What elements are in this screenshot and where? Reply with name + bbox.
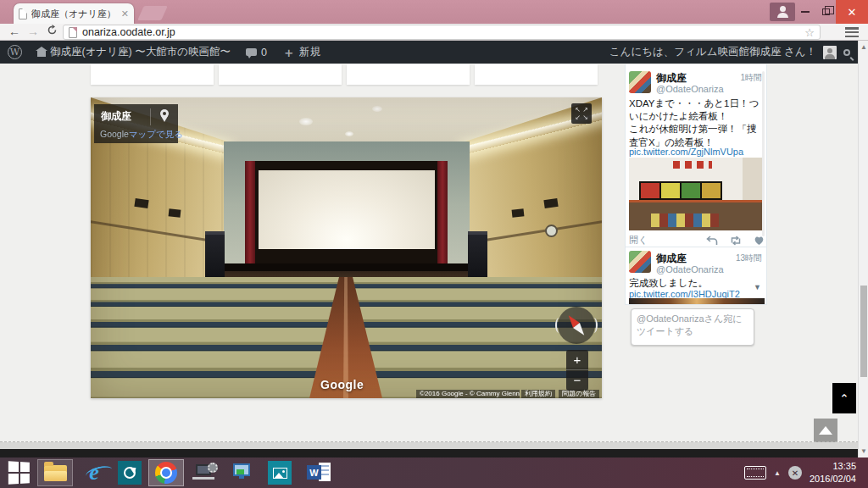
browser-titlebar: 御成座（オナリ座） 〜大館 ✕ ✕	[0, 0, 868, 24]
scrollbar-thumb[interactable]	[860, 286, 867, 377]
tweet-photo[interactable]	[629, 298, 765, 305]
fullscreen-button[interactable]: ↖↗↙↘	[571, 103, 592, 124]
gallery-thumb[interactable]	[475, 64, 598, 85]
tweet-pic-link[interactable]: pic.twitter.com/ZgjNlmVUpa	[629, 147, 743, 157]
window-close-button[interactable]: ✕	[836, 0, 868, 24]
home-icon	[37, 51, 46, 57]
window-minimize-button[interactable]	[795, 0, 815, 24]
taskbar-backup-app-button[interactable]	[113, 459, 147, 486]
windows-logo-icon	[8, 461, 30, 484]
taskbar-chrome-button[interactable]	[148, 459, 184, 486]
wp-new-menu[interactable]: ＋ 新規	[275, 41, 328, 64]
tray-status-icon[interactable]: ✕	[788, 466, 802, 480]
taskbar-photos-button[interactable]	[263, 459, 297, 486]
tray-expand-icon[interactable]: ▲	[774, 469, 781, 477]
tweet-avatar[interactable]	[629, 71, 651, 93]
tweet-author-handle[interactable]: @OdateOnariza	[656, 264, 724, 274]
movie-screen	[259, 170, 435, 249]
wp-logo-menu[interactable]: W	[0, 41, 30, 64]
retweet-icon[interactable]	[729, 236, 743, 246]
map-report-link[interactable]: 問題の報告	[559, 390, 599, 398]
streetview-embed[interactable]: 御成座 Googleマップで見る ↖↗↙↘ + − Google ©2016 G…	[91, 97, 602, 398]
map-terms-link[interactable]: 利用規約	[521, 390, 555, 398]
reload-icon[interactable]	[47, 25, 58, 38]
zoom-in-button[interactable]: +	[566, 350, 588, 370]
tweet-open-link[interactable]: 開く	[629, 234, 648, 247]
comments-icon	[246, 48, 257, 56]
taskbar-devices-button[interactable]	[188, 459, 222, 486]
curtain-right	[437, 161, 448, 263]
system-tray: ▲ ✕ 13:35 2016/02/04	[744, 458, 856, 488]
internet-explorer-icon: e	[89, 462, 99, 484]
streetview-place-card: 御成座 Googleマップで見る	[94, 104, 178, 143]
back-to-top-button[interactable]	[814, 419, 837, 442]
reply-icon[interactable]	[705, 236, 718, 246]
scroll-up-button[interactable]: ⌃	[832, 383, 856, 413]
user-avatar[interactable]	[823, 46, 837, 59]
taskbar-clock[interactable]: 13:35 2016/02/04	[810, 460, 856, 485]
browser-toolbar: ← → onariza.oodate.or.jp ☆	[0, 24, 868, 41]
compass-control[interactable]	[558, 307, 595, 344]
search-icon[interactable]	[843, 49, 850, 56]
tweet-photo[interactable]	[629, 158, 765, 230]
clock-time: 13:35	[810, 460, 856, 473]
url-page-icon	[69, 27, 77, 38]
tweet-timestamp[interactable]: 13時間	[736, 252, 762, 264]
tweet-text: XDAYまで・・・あと1日！ついにかけたよ絵看板！ これが休館明け第一弾！「捜査…	[629, 97, 763, 149]
like-icon[interactable]	[754, 236, 765, 246]
clock-date: 2016/02/04	[810, 473, 856, 485]
url-bar[interactable]: onariza.oodate.or.jp ☆	[63, 25, 821, 40]
tweet-avatar[interactable]	[629, 251, 651, 273]
bookmark-star-icon[interactable]: ☆	[804, 26, 815, 39]
plus-icon: ＋	[282, 46, 295, 58]
site-title[interactable]: 御成座(オナリ座) 〜大館市の映画館〜	[50, 45, 231, 59]
gallery-thumb[interactable]	[347, 64, 470, 85]
curtain-left	[245, 161, 255, 263]
back-icon[interactable]: ←	[8, 25, 20, 38]
view-on-maps-link[interactable]: Googleマップで見る	[100, 129, 183, 141]
forward-icon[interactable]: →	[27, 25, 39, 38]
window-restore-button[interactable]	[815, 0, 836, 24]
widget-scrollbar[interactable]	[762, 71, 765, 236]
taskbar-word-button[interactable]: W	[302, 459, 337, 486]
map-pin-icon[interactable]	[160, 109, 169, 118]
new-post-label[interactable]: 新規	[299, 45, 320, 59]
gallery-thumb[interactable]	[91, 64, 214, 85]
tweet-author-handle[interactable]: @OdateOnariza	[656, 84, 724, 94]
tweet-timestamp[interactable]: 1時間	[740, 72, 762, 84]
gallery-thumb[interactable]	[219, 64, 342, 85]
touch-keyboard-icon[interactable]	[744, 466, 766, 480]
tweet-compose-input[interactable]	[637, 313, 748, 341]
word-icon: W	[307, 462, 332, 484]
wp-admin-bar: W 御成座(オナリ座) 〜大館市の映画館〜 0 ＋ 新規 こんにちは、フィルム映…	[0, 41, 859, 64]
wp-comments-menu[interactable]: 0	[238, 41, 275, 64]
browser-menu-icon[interactable]	[845, 27, 859, 37]
restore-icon	[822, 8, 830, 15]
wordpress-logo-icon: W	[8, 45, 22, 59]
browser-tab[interactable]: 御成座（オナリ座） 〜大館 ✕	[14, 3, 134, 24]
zoom-out-button[interactable]: −	[566, 370, 588, 391]
speaker-right	[468, 231, 487, 282]
taskbar-explorer-button[interactable]	[37, 459, 73, 486]
wp-greeting[interactable]: こんにちは、フィルム映画館御成座 さん！	[609, 45, 816, 59]
backup-app-icon	[118, 461, 142, 485]
new-tab-button[interactable]	[137, 6, 168, 20]
wp-site-menu[interactable]: 御成座(オナリ座) 〜大館市の映画館〜	[30, 41, 238, 64]
tweet-compose-box[interactable]	[631, 308, 754, 346]
tab-title: 御成座（オナリ座） 〜大館	[31, 8, 117, 20]
profile-person-icon	[780, 6, 786, 12]
start-button[interactable]	[3, 459, 36, 486]
comments-count: 0	[261, 47, 267, 58]
photos-app-icon	[268, 461, 292, 485]
caret-down-icon[interactable]: ▼	[754, 283, 761, 291]
tab-close-icon[interactable]: ✕	[121, 9, 129, 19]
map-copyright: ©2016 Google - © Cammy Glenn	[416, 390, 520, 398]
taskbar-ie-button[interactable]: e	[77, 459, 111, 486]
taskbar-remote-button[interactable]	[225, 459, 259, 486]
chevron-up-icon: ⌃	[840, 392, 849, 405]
url-text[interactable]: onariza.oodate.or.jp	[82, 26, 799, 38]
scrollbar-down-icon[interactable]: ▼	[860, 447, 867, 455]
browser-profile-button[interactable]	[770, 3, 795, 21]
browser-scrollbar[interactable]: ▲ ▼	[858, 41, 868, 458]
scrollbar-up-icon[interactable]: ▲	[860, 43, 867, 51]
